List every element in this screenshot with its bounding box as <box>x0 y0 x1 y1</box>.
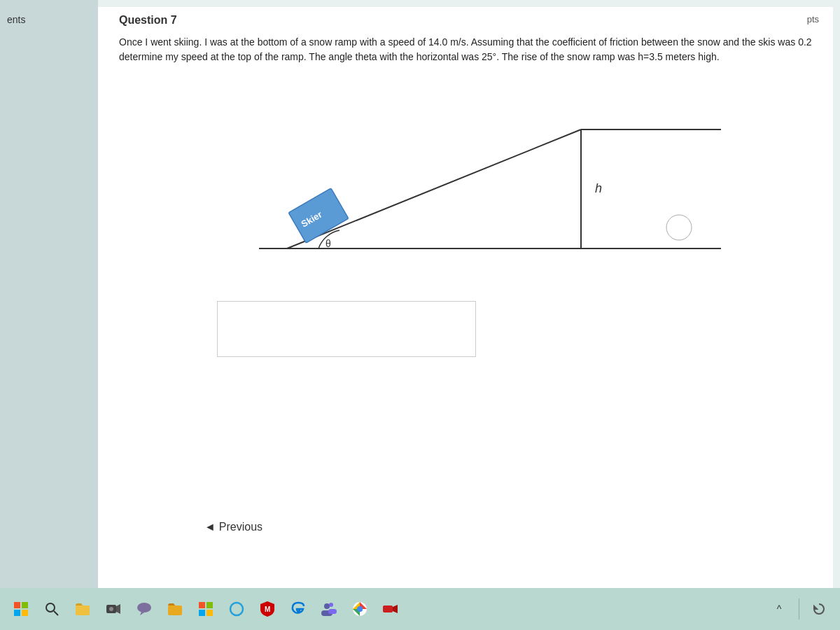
svg-marker-32 <box>393 605 398 613</box>
svg-point-30 <box>357 606 363 612</box>
taskbar-separator <box>799 598 799 620</box>
svg-text:M: M <box>265 606 270 613</box>
svg-point-9 <box>46 603 55 612</box>
camera-icon[interactable] <box>99 595 127 623</box>
svg-text:θ: θ <box>326 238 331 249</box>
svg-rect-31 <box>383 606 393 612</box>
sidebar-label: ents <box>0 0 98 32</box>
svg-text:h: h <box>595 181 602 195</box>
sidebar: ents <box>0 0 98 588</box>
previous-label: Previous <box>219 521 262 533</box>
mcafee-icon[interactable]: M <box>253 595 281 623</box>
diagram-area: h Skier θ <box>217 115 749 284</box>
content-panel: Question 7 pts Once I went skiing. I was… <box>98 7 833 588</box>
edge-icon[interactable] <box>284 595 312 623</box>
chat-icon[interactable] <box>130 595 158 623</box>
chrome-icon[interactable] <box>346 595 374 623</box>
svg-rect-27 <box>328 609 337 614</box>
chevron-up-icon[interactable]: ^ <box>765 595 793 623</box>
svg-rect-17 <box>168 606 182 615</box>
svg-rect-19 <box>206 602 213 608</box>
file-explorer-icon[interactable] <box>69 595 97 623</box>
svg-rect-18 <box>199 602 205 608</box>
arrow-left-icon: ◄ <box>204 521 216 533</box>
cortana-icon[interactable] <box>223 595 251 623</box>
svg-rect-21 <box>206 610 213 616</box>
taskbar-right: ^ <box>765 595 833 623</box>
win-grid <box>14 602 28 616</box>
svg-rect-11 <box>76 606 90 615</box>
svg-line-10 <box>54 611 58 615</box>
question-title: Question 7 <box>119 14 177 27</box>
svg-point-14 <box>109 607 113 611</box>
answer-input-area[interactable] <box>217 301 476 357</box>
svg-point-15 <box>137 603 151 612</box>
svg-point-8 <box>666 215 692 240</box>
svg-point-22 <box>230 603 243 615</box>
svg-rect-20 <box>199 610 205 616</box>
main-area: ents Question 7 pts Once I went skiing. … <box>0 0 840 588</box>
taskbar: M <box>0 588 840 630</box>
store-icon[interactable] <box>192 595 220 623</box>
nav-section: ◄ Previous <box>196 515 271 539</box>
teams-icon[interactable] <box>315 595 343 623</box>
chevron-symbol: ^ <box>777 603 782 615</box>
folder-icon[interactable] <box>161 595 189 623</box>
svg-point-25 <box>324 603 330 609</box>
refresh-icon[interactable] <box>805 595 833 623</box>
search-icon[interactable] <box>38 595 66 623</box>
previous-button[interactable]: ◄ Previous <box>196 515 271 539</box>
diagram-svg: h Skier θ <box>217 115 749 284</box>
pts-indicator: pts <box>807 14 819 24</box>
svg-marker-13 <box>116 604 120 614</box>
windows-start-icon[interactable] <box>7 595 35 623</box>
video-camera-icon[interactable] <box>377 595 405 623</box>
question-text: Once I went skiing. I was at the bottom … <box>119 35 819 64</box>
